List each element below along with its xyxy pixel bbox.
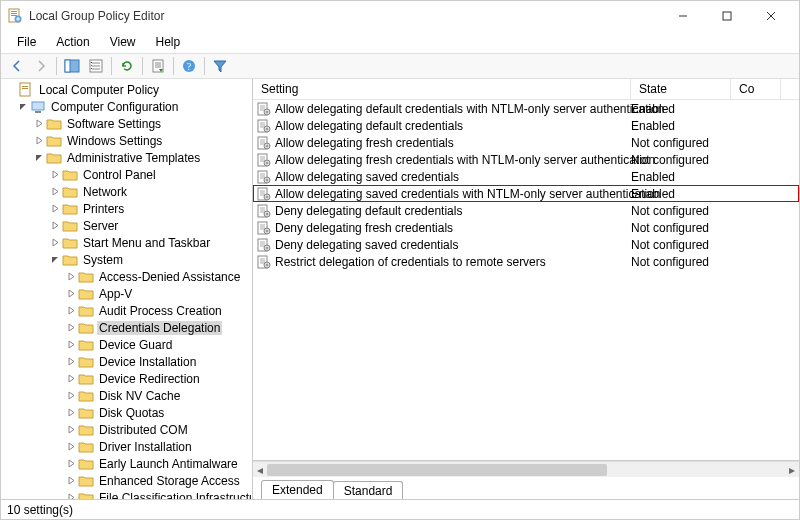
setting-state: Not configured <box>631 153 731 167</box>
chevron-right-icon[interactable] <box>65 356 77 368</box>
tab-extended[interactable]: Extended <box>261 480 334 499</box>
node-label: Disk NV Cache <box>97 389 182 403</box>
setting-row[interactable]: Deny delegating saved credentialsNot con… <box>253 236 799 253</box>
close-button[interactable] <box>749 2 793 30</box>
chevron-right-icon[interactable] <box>49 169 61 181</box>
properties-button[interactable] <box>85 55 107 77</box>
chevron-right-icon[interactable] <box>65 407 77 419</box>
scroll-left-arrow[interactable]: ◂ <box>253 462 267 478</box>
back-button[interactable] <box>6 55 28 77</box>
tree-item[interactable]: Audit Process Creation <box>3 302 252 319</box>
chevron-right-icon[interactable] <box>65 492 77 500</box>
node-label: Early Launch Antimalware <box>97 457 240 471</box>
tree-system[interactable]: System <box>3 251 252 268</box>
tree-admin-templates[interactable]: Administrative Templates <box>3 149 252 166</box>
chevron-down-icon[interactable] <box>49 254 61 266</box>
chevron-right-icon[interactable] <box>65 271 77 283</box>
chevron-right-icon[interactable] <box>65 441 77 453</box>
tree-item[interactable]: Disk NV Cache <box>3 387 252 404</box>
tree-item[interactable]: Disk Quotas <box>3 404 252 421</box>
tree-item[interactable]: Distributed COM <box>3 421 252 438</box>
svg-point-78 <box>266 230 268 232</box>
setting-item-icon <box>257 187 271 201</box>
refresh-button[interactable] <box>116 55 138 77</box>
tree-computer-config[interactable]: Computer Configuration <box>3 98 252 115</box>
chevron-right-icon[interactable] <box>65 475 77 487</box>
filter-button[interactable] <box>209 55 231 77</box>
chevron-right-icon[interactable] <box>49 237 61 249</box>
menu-help[interactable]: Help <box>146 33 191 51</box>
tree-item[interactable]: Device Guard <box>3 336 252 353</box>
tree-item[interactable]: App-V <box>3 285 252 302</box>
tree-item[interactable]: Access-Denied Assistance <box>3 268 252 285</box>
tree-item[interactable]: Server <box>3 217 252 234</box>
chevron-right-icon[interactable] <box>65 424 77 436</box>
chevron-right-icon[interactable] <box>65 373 77 385</box>
column-headers[interactable]: Setting State Co <box>253 79 799 100</box>
tree-item[interactable]: Device Redirection <box>3 370 252 387</box>
tree-item[interactable]: Device Installation <box>3 353 252 370</box>
horizontal-scrollbar[interactable]: ◂ ▸ <box>253 461 799 477</box>
chevron-right-icon[interactable] <box>49 203 61 215</box>
chevron-down-icon[interactable] <box>33 152 45 164</box>
export-list-button[interactable] <box>147 55 169 77</box>
chevron-right-icon[interactable] <box>33 135 45 147</box>
setting-row[interactable]: Allow delegating default credentials wit… <box>253 100 799 117</box>
folder-icon <box>62 218 78 234</box>
tab-standard[interactable]: Standard <box>333 481 404 499</box>
chevron-down-icon[interactable] <box>17 101 29 113</box>
chevron-right-icon[interactable] <box>33 118 45 130</box>
tree-item[interactable]: Driver Installation <box>3 438 252 455</box>
tree-item[interactable]: Network <box>3 183 252 200</box>
svg-point-42 <box>266 128 268 130</box>
tree-pane[interactable]: Local Computer Policy Computer Configura… <box>1 79 253 499</box>
chevron-right-icon[interactable] <box>5 84 17 96</box>
svg-point-84 <box>266 247 268 249</box>
menu-file[interactable]: File <box>7 33 46 51</box>
minimize-button[interactable] <box>661 2 705 30</box>
node-label: Audit Process Creation <box>97 304 224 318</box>
scroll-thumb[interactable] <box>267 464 607 476</box>
tree-item[interactable]: File Classification Infrastructure <box>3 489 252 499</box>
node-label: Software Settings <box>65 117 163 131</box>
tree-item[interactable]: Control Panel <box>3 166 252 183</box>
tree-item[interactable]: Credentials Delegation <box>3 319 252 336</box>
chevron-right-icon[interactable] <box>65 458 77 470</box>
tree-item[interactable]: Printers <box>3 200 252 217</box>
menu-view[interactable]: View <box>100 33 146 51</box>
chevron-right-icon[interactable] <box>65 288 77 300</box>
setting-row[interactable]: Allow delegating saved credentialsEnable… <box>253 168 799 185</box>
tree-item[interactable]: Start Menu and Taskbar <box>3 234 252 251</box>
tree-root[interactable]: Local Computer Policy <box>3 81 252 98</box>
setting-name: Restrict delegation of credentials to re… <box>275 255 546 269</box>
setting-row[interactable]: Allow delegating default credentialsEnab… <box>253 117 799 134</box>
setting-row[interactable]: Deny delegating default credentialsNot c… <box>253 202 799 219</box>
chevron-right-icon[interactable] <box>49 186 61 198</box>
chevron-right-icon[interactable] <box>49 220 61 232</box>
chevron-right-icon[interactable] <box>65 339 77 351</box>
setting-row[interactable]: Restrict delegation of credentials to re… <box>253 253 799 270</box>
col-comment[interactable]: Co <box>731 79 781 99</box>
scroll-right-arrow[interactable]: ▸ <box>785 462 799 478</box>
chevron-right-icon[interactable] <box>65 390 77 402</box>
setting-row[interactable]: Deny delegating fresh credentialsNot con… <box>253 219 799 236</box>
setting-row[interactable]: Allow delegating saved credentials with … <box>253 185 799 202</box>
show-hide-tree-button[interactable] <box>61 55 83 77</box>
chevron-right-icon[interactable] <box>65 322 77 334</box>
tree-item[interactable]: Software Settings <box>3 115 252 132</box>
tree-item[interactable]: Early Launch Antimalware <box>3 455 252 472</box>
chevron-right-icon[interactable] <box>65 305 77 317</box>
help-button[interactable]: ? <box>178 55 200 77</box>
col-setting[interactable]: Setting <box>253 79 631 99</box>
col-state[interactable]: State <box>631 79 731 99</box>
settings-list[interactable]: Setting State Co Allow delegating defaul… <box>253 79 799 461</box>
tree-item[interactable]: Windows Settings <box>3 132 252 149</box>
maximize-button[interactable] <box>705 2 749 30</box>
node-label: Local Computer Policy <box>37 83 161 97</box>
svg-point-48 <box>266 145 268 147</box>
forward-button[interactable] <box>30 55 52 77</box>
tree-item[interactable]: Enhanced Storage Access <box>3 472 252 489</box>
setting-row[interactable]: Allow delegating fresh credentialsNot co… <box>253 134 799 151</box>
setting-row[interactable]: Allow delegating fresh credentials with … <box>253 151 799 168</box>
menu-action[interactable]: Action <box>46 33 99 51</box>
